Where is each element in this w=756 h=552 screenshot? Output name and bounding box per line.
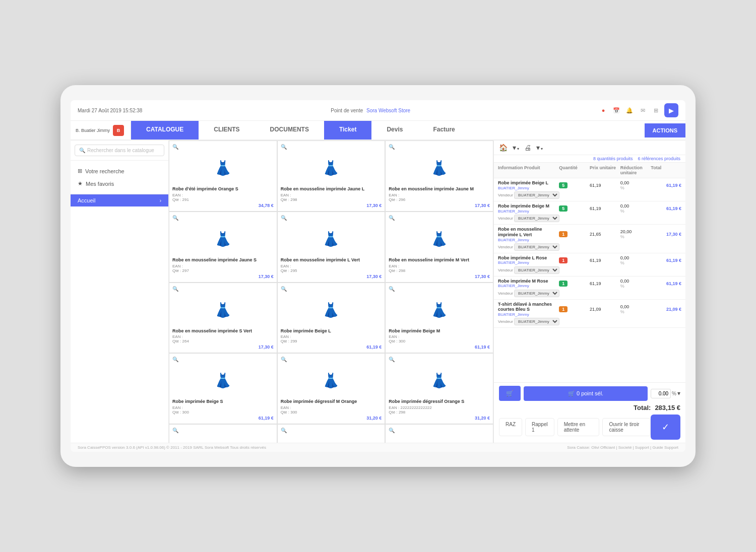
- top-bar-icons: ● 📅 🔔 ✉ ⊞ ▶: [599, 103, 678, 117]
- grid-small-icon: ⊞: [78, 168, 82, 174]
- store-label: Point de vente Sora Websoft Store: [331, 108, 410, 113]
- rappel-button[interactable]: Rappel 1: [525, 418, 554, 436]
- app-icon[interactable]: ▶: [664, 103, 678, 117]
- device-frame: Mardi 27 Août 2019 15:52:38 Point de ven…: [60, 85, 696, 467]
- order-table-header: Information Produit Quantité Prix unitai…: [494, 163, 685, 178]
- star-icon: ★: [78, 180, 83, 187]
- product-card[interactable]: 🔍 👗 Robe en mousseline imprimée Jaune M …: [385, 141, 493, 212]
- dropdown-icon[interactable]: ▾: [513, 144, 519, 152]
- vendor-select[interactable]: BUATIER_Jimmy: [514, 243, 559, 251]
- product-search-icon: 🔍: [281, 144, 382, 150]
- product-search-icon: 🔍: [389, 286, 490, 292]
- tab-documents[interactable]: DOCUMENTS: [255, 121, 324, 140]
- product-card[interactable]: 🔍 👗 Robe imprimée Beige S EAN : Qté : 30…: [169, 353, 277, 424]
- tab-facture[interactable]: Facture: [418, 121, 470, 140]
- product-image: 👗: [281, 435, 382, 443]
- vendor-select[interactable]: BUATIER_Jimmy: [514, 191, 559, 199]
- actions-button[interactable]: ACTIONS: [645, 123, 686, 137]
- main-content: 🔍 Rechercher dans le catalogue ⊞ Votre r…: [71, 141, 685, 443]
- vendor-select[interactable]: BUATIER_Jimmy: [514, 215, 559, 222]
- product-image: 👗: [389, 223, 490, 255]
- search-icon: 🔍: [79, 148, 85, 153]
- home-icon[interactable]: 🏠: [499, 144, 508, 152]
- vendor-select[interactable]: BUATIER_Jimmy: [514, 290, 559, 297]
- print-dropdown-icon[interactable]: ▾: [536, 144, 543, 152]
- tab-catalogue[interactable]: CATALOGUE: [131, 121, 199, 140]
- product-card[interactable]: 🔍 👗 Robe en mousseline imprimée S Vert E…: [169, 283, 277, 354]
- search-bar: 🔍 Rechercher dans le catalogue: [71, 141, 168, 161]
- product-card[interactable]: 🔍 👗 Robe en mousseline imprimée Jaune S …: [169, 212, 277, 283]
- sidebar-item-mes-favoris[interactable]: ★ Mes favoris: [71, 177, 168, 190]
- datetime: Mardi 27 Août 2019 15:52:38: [78, 108, 142, 113]
- email-icon[interactable]: ✉: [638, 106, 647, 115]
- left-sidebar: 🔍 Rechercher dans le catalogue ⊞ Votre r…: [71, 141, 169, 443]
- product-card[interactable]: 🔍 👗 Robe en mousseline imprimée M Vert E…: [385, 212, 493, 283]
- product-card[interactable]: 🔍 👗 Robe imprimée M Rose EAN : Qté : 0 6…: [277, 424, 386, 443]
- sidebar-menu: ⊞ Votre recherche ★ Mes favoris: [71, 161, 168, 194]
- footer-left: Sora CaissePPOS version 3.0.6 (API v1.0.…: [78, 445, 266, 450]
- product-search-icon: 🔍: [281, 428, 382, 433]
- product-image: 👗: [281, 152, 382, 184]
- search-input-wrapper[interactable]: 🔍 Rechercher dans le catalogue: [75, 145, 164, 156]
- total-bar: Total: 283,15 €: [499, 404, 680, 411]
- discount-pct: %: [672, 391, 676, 396]
- points-button[interactable]: 🛒 0 point sél.: [524, 386, 648, 401]
- product-image: 👗: [281, 294, 382, 326]
- order-row[interactable]: Robe en mousseline imprimée L Vert BUATI…: [494, 225, 685, 253]
- product-image: 👗: [389, 152, 490, 184]
- product-card[interactable]: 🔍 👗 Robe en mousseline imprimée L Vert E…: [277, 212, 386, 283]
- discount-input: % ▾: [651, 389, 680, 398]
- order-row[interactable]: Robe imprimée Beige L BUATIER_Jimmy 5 61…: [494, 178, 685, 201]
- product-search-icon: 🔍: [389, 144, 490, 150]
- tab-ticket[interactable]: Ticket: [324, 121, 371, 140]
- tab-clients[interactable]: CLIENTS: [199, 121, 255, 140]
- confirm-button[interactable]: ✓: [651, 415, 680, 440]
- order-row[interactable]: Robe imprimée L Rose BUATIER_Jimmy 1 61,…: [494, 253, 685, 277]
- product-card[interactable]: 🔍 👗 Robe imprimée L Rose EAN : Qté : 1 6…: [169, 424, 277, 443]
- order-row[interactable]: Robe imprimée Beige M BUATIER_Jimmy 5 61…: [494, 201, 685, 225]
- order-row[interactable]: Robe imprimée M Rose BUATIER_Jimmy 1 61,…: [494, 277, 685, 300]
- product-image: 👗: [281, 364, 382, 397]
- product-image: 👗: [172, 152, 274, 184]
- dropdown-arrow-icon[interactable]: ▾: [677, 390, 680, 397]
- product-card[interactable]: 🔍 👗 Robe imprimée Rose S EAN : Qté : -18…: [385, 424, 493, 443]
- product-search-icon: 🔍: [172, 286, 274, 292]
- sidebar-item-accueil[interactable]: Accueil ›: [71, 194, 168, 206]
- product-card[interactable]: 🔍 👗 Robe imprimée Beige M EAN : Qté : 30…: [385, 283, 493, 354]
- product-image: 👗: [172, 294, 274, 326]
- bottom-buttons: RAZ Rappel 1 Mettre en attente Ouvrir le…: [499, 415, 680, 440]
- product-card[interactable]: 🔍 👗 Robe imprimée dégressif M Orange EAN…: [277, 353, 386, 424]
- tab-devis[interactable]: Devis: [371, 121, 418, 140]
- bell-icon[interactable]: 🔔: [625, 106, 634, 115]
- product-image: 👗: [172, 223, 274, 255]
- product-image: 👗: [172, 435, 274, 443]
- product-search-icon: 🔍: [281, 357, 382, 362]
- screen: Mardi 27 Août 2019 15:52:38 Point de ven…: [71, 100, 685, 452]
- cart-button[interactable]: 🛒: [499, 386, 521, 401]
- footer: Sora CaissePPOS version 3.0.6 (API v1.0.…: [71, 443, 685, 452]
- order-table: Information Produit Quantité Prix unitai…: [494, 163, 685, 382]
- product-card[interactable]: 🔍 👗 Robe imprimée Beige L EAN : Qté : 29…: [277, 283, 386, 354]
- product-search-icon: 🔍: [172, 215, 274, 221]
- product-search-icon: 🔍: [281, 215, 382, 221]
- product-image: 👗: [172, 364, 274, 397]
- product-search-icon: 🔍: [172, 144, 274, 150]
- vendor-select[interactable]: BUATIER_Jimmy: [514, 266, 559, 274]
- grid-icon[interactable]: ⊞: [651, 106, 660, 115]
- circle-red-icon[interactable]: ●: [599, 106, 608, 115]
- product-card[interactable]: 🔍 👗 Robe imprimée dégressif Orange S EAN…: [385, 353, 493, 424]
- sidebar-item-votre-recherche[interactable]: ⊞ Votre recherche: [71, 165, 168, 177]
- product-image: 👗: [389, 364, 490, 397]
- product-card[interactable]: 🔍 👗 Robe d'été imprimée Orange S EAN : Q…: [169, 141, 277, 212]
- calendar-icon[interactable]: 📅: [612, 106, 621, 115]
- discount-field[interactable]: [651, 389, 671, 398]
- print-icon[interactable]: 🖨: [524, 144, 531, 152]
- order-row[interactable]: T-shirt délavé à manches courtes Bleu S …: [494, 300, 685, 328]
- hold-button[interactable]: Mettre en attente: [557, 418, 600, 436]
- product-image: 👗: [281, 223, 382, 255]
- ticket-summary: 8 quantités produits 6 références produi…: [494, 155, 685, 163]
- product-card[interactable]: 🔍 👗 Robe en mousseline imprimée Jaune L …: [277, 141, 386, 212]
- open-drawer-button[interactable]: Ouvrir le tiroir caisse: [602, 418, 651, 436]
- vendor-select[interactable]: BUATIER_Jimmy: [514, 318, 559, 325]
- raz-button[interactable]: RAZ: [499, 418, 522, 436]
